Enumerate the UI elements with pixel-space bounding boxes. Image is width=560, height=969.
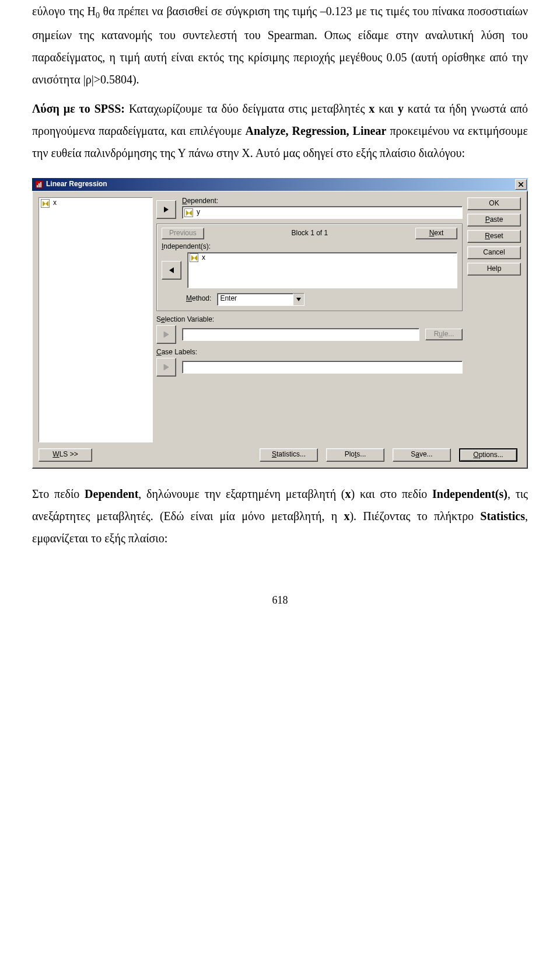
previous-button[interactable]: Previous [162, 228, 204, 239]
close-icon [519, 182, 523, 187]
case-labels-label: Case Labels: [156, 348, 463, 357]
chevron-down-icon [296, 298, 301, 301]
svg-marker-7 [164, 332, 169, 337]
svg-marker-6 [296, 298, 301, 301]
source-variables-list[interactable]: x [38, 197, 153, 442]
dependent-label: Dependent: [182, 197, 463, 205]
independent-field[interactable]: x [187, 252, 457, 288]
variable-icon [184, 208, 193, 217]
case-labels-field[interactable] [182, 361, 463, 374]
dialog-titlebar: Linear Regression [32, 178, 528, 191]
method-label: Method: [186, 295, 211, 303]
dependent-field[interactable]: y [182, 206, 463, 219]
cancel-button[interactable]: Cancel [467, 246, 521, 259]
block-group: Previous Block 1 of 1 Next Independent(s… [156, 224, 463, 311]
selection-variable-field[interactable] [182, 328, 419, 341]
method-combo[interactable]: Enter [217, 293, 304, 306]
close-button[interactable] [515, 179, 527, 190]
save-button[interactable]: Save... [393, 448, 451, 462]
independent-label: Independent(s): [162, 243, 457, 251]
rule-button[interactable]: Rule... [425, 329, 463, 340]
svg-rect-1 [37, 185, 38, 187]
arrow-right-icon [163, 331, 170, 338]
svg-marker-5 [169, 267, 174, 273]
plots-button[interactable]: Plots... [326, 448, 384, 462]
block-label: Block 1 of 1 [209, 229, 411, 238]
dependent-value: y [197, 208, 200, 217]
combo-dropdown-button[interactable] [293, 294, 304, 305]
svg-rect-3 [40, 182, 41, 187]
arrow-right-icon [163, 364, 170, 371]
page-number: 618 [32, 590, 528, 610]
help-button[interactable]: Help [467, 263, 521, 276]
statistics-button[interactable]: Statistics... [260, 448, 318, 462]
move-to-independent-button[interactable] [162, 261, 181, 280]
dialog-title: Linear Regression [46, 177, 515, 191]
method-value: Enter [218, 294, 293, 305]
source-var-label: x [53, 199, 57, 207]
app-icon [34, 180, 44, 189]
paragraph-1: εύλογο της Η0 θα πρέπει να βασισθεί σε σ… [32, 0, 528, 90]
svg-marker-8 [164, 364, 169, 370]
move-to-case-labels-button[interactable] [156, 358, 176, 377]
options-button[interactable]: Options... [459, 448, 517, 462]
paragraph-3: Στο πεδίο Dependent, δηλώνουμε την εξαρτ… [32, 483, 528, 549]
arrow-right-icon [163, 206, 170, 213]
move-to-dependent-button[interactable] [156, 200, 176, 219]
independent-value: x [202, 254, 205, 262]
move-to-selection-button[interactable] [156, 325, 176, 344]
arrow-left-icon [168, 267, 175, 274]
linear-regression-dialog: Linear Regression x [32, 178, 528, 469]
svg-marker-4 [164, 207, 169, 212]
variable-icon [41, 199, 50, 208]
paste-button[interactable]: Paste [467, 214, 521, 226]
next-button[interactable]: Next [415, 228, 457, 239]
source-var-x[interactable]: x [40, 198, 152, 208]
wls-button[interactable]: WLS >> [38, 448, 92, 462]
variable-icon [190, 253, 198, 262]
svg-rect-2 [38, 183, 40, 187]
ok-button[interactable]: OK [467, 197, 521, 210]
reset-button[interactable]: Reset [467, 230, 521, 243]
selection-variable-label: Selection Variable: [156, 316, 463, 324]
paragraph-2: Λύση με το SPSS: Καταχωρίζουμε τα δύο δε… [32, 97, 528, 164]
